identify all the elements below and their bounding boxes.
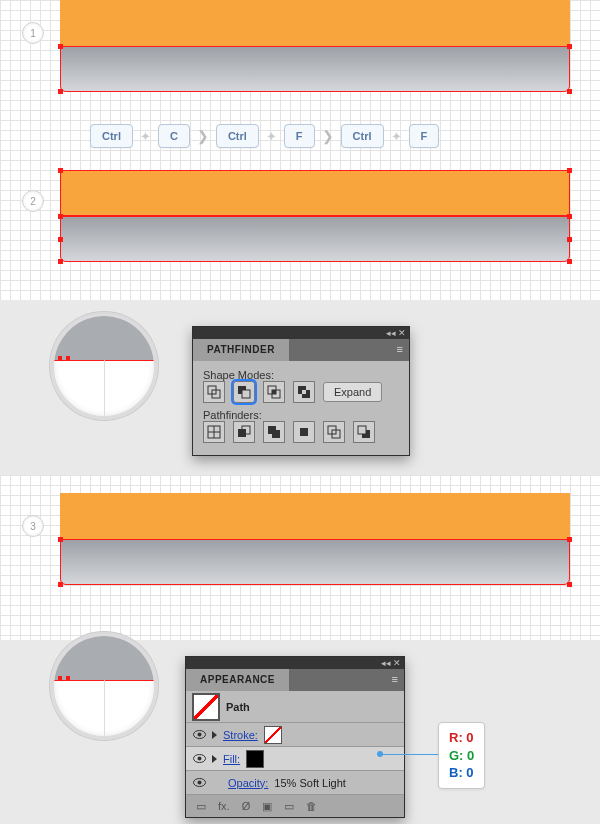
ribbon-2 bbox=[60, 170, 570, 262]
opacity-link[interactable]: Opacity: bbox=[228, 777, 268, 789]
opacity-value: 15% Soft Light bbox=[274, 777, 346, 789]
pathfinder-outline-icon[interactable] bbox=[323, 421, 345, 443]
pathfinder-trim-icon[interactable] bbox=[233, 421, 255, 443]
object-thumb bbox=[192, 693, 220, 721]
selection-handle[interactable] bbox=[58, 44, 63, 49]
shape-mode-unite-icon[interactable] bbox=[203, 381, 225, 403]
svg-rect-17 bbox=[300, 428, 308, 436]
close-icon[interactable]: ✕ bbox=[398, 328, 406, 338]
pathfinder-crop-icon[interactable] bbox=[293, 421, 315, 443]
svg-rect-3 bbox=[242, 390, 250, 398]
panel-header[interactable]: ◂◂ ✕ bbox=[186, 657, 404, 669]
svg-rect-21 bbox=[358, 426, 366, 434]
trash-icon[interactable]: 🗑 bbox=[306, 800, 317, 812]
disclosure-triangle-icon[interactable] bbox=[212, 755, 217, 763]
new-fill-icon[interactable]: ▭ bbox=[284, 800, 294, 813]
pathfinder-minus-back-icon[interactable] bbox=[353, 421, 375, 443]
svg-point-23 bbox=[197, 733, 201, 737]
callout-dot bbox=[377, 751, 383, 757]
rgb-callout: R: 0 G: 0 B: 0 bbox=[438, 722, 485, 789]
keyboard-shortcut-row: Ctrl ✦ C ❯ Ctrl ✦ F ❯ Ctrl ✦ F bbox=[90, 124, 439, 148]
selection-handle[interactable] bbox=[567, 537, 572, 542]
visibility-toggle-icon[interactable] bbox=[192, 776, 206, 790]
fill-swatch[interactable] bbox=[246, 750, 264, 768]
rgb-r: R: 0 bbox=[449, 729, 474, 747]
shape-mode-exclude-icon[interactable] bbox=[293, 381, 315, 403]
selection-handle[interactable] bbox=[567, 44, 572, 49]
plus-icon: ✦ bbox=[266, 129, 277, 144]
svg-rect-9 bbox=[302, 390, 306, 394]
panel-tabbar: APPEARANCE ≡ bbox=[186, 669, 404, 691]
selection-handle[interactable] bbox=[567, 89, 572, 94]
selection-handle[interactable] bbox=[58, 259, 63, 264]
collapse-icon[interactable]: ◂◂ bbox=[386, 328, 396, 338]
appearance-panel[interactable]: ◂◂ ✕ APPEARANCE ≡ Path Stroke: Fill: bbox=[185, 656, 405, 818]
step-number: 1 bbox=[30, 28, 36, 39]
pathfinder-merge-icon[interactable] bbox=[263, 421, 285, 443]
pathfinder-panel[interactable]: ◂◂ ✕ PATHFINDER ≡ Shape Modes: Expand Pa… bbox=[192, 326, 410, 456]
tab-appearance[interactable]: APPEARANCE bbox=[186, 669, 289, 691]
selection-outline bbox=[60, 216, 570, 262]
appearance-row-path[interactable]: Path bbox=[186, 691, 404, 723]
key-f: F bbox=[284, 124, 315, 148]
selection-handle[interactable] bbox=[567, 168, 572, 173]
duplicate-icon[interactable]: ▣ bbox=[262, 800, 272, 813]
tab-pathfinder[interactable]: PATHFINDER bbox=[193, 339, 289, 361]
magnifier-preview bbox=[50, 632, 158, 740]
selection-outline bbox=[60, 46, 570, 92]
ribbon-bottom-selected[interactable] bbox=[60, 539, 570, 585]
flyout-menu-icon[interactable]: ≡ bbox=[386, 669, 404, 691]
ribbon-bottom-selected[interactable] bbox=[60, 46, 570, 92]
shape-mode-minus-front-icon[interactable] bbox=[233, 381, 255, 403]
stroke-swatch[interactable] bbox=[264, 726, 282, 744]
disclosure-triangle-icon[interactable] bbox=[212, 731, 217, 739]
ribbon-top bbox=[60, 0, 570, 46]
collapse-icon[interactable]: ◂◂ bbox=[381, 658, 391, 668]
rgb-b: B: 0 bbox=[449, 764, 474, 782]
panel-tabbar: PATHFINDER ≡ bbox=[193, 339, 409, 361]
ribbon-3 bbox=[60, 493, 570, 585]
path-label: Path bbox=[226, 701, 250, 713]
svg-point-25 bbox=[197, 757, 201, 761]
pathfinder-divide-icon[interactable] bbox=[203, 421, 225, 443]
new-art-icon[interactable]: ▭ bbox=[196, 800, 206, 813]
svg-rect-6 bbox=[272, 390, 276, 394]
panel-body: Path Stroke: Fill: Opacity: 15% Soft Lig… bbox=[186, 691, 404, 817]
clear-appearance-icon[interactable]: Ø bbox=[242, 800, 251, 812]
shape-modes-label: Shape Modes: bbox=[203, 369, 399, 381]
selection-handle[interactable] bbox=[567, 237, 572, 242]
flyout-menu-icon[interactable]: ≡ bbox=[391, 339, 409, 361]
rgb-g: G: 0 bbox=[449, 747, 474, 765]
selection-handle[interactable] bbox=[58, 582, 63, 587]
shape-mode-intersect-icon[interactable] bbox=[263, 381, 285, 403]
appearance-row-opacity[interactable]: Opacity: 15% Soft Light bbox=[186, 771, 404, 795]
expand-button[interactable]: Expand bbox=[323, 382, 382, 402]
selection-handle[interactable] bbox=[567, 582, 572, 587]
selection-handle[interactable] bbox=[58, 168, 63, 173]
chevron-right-icon: ❯ bbox=[322, 128, 334, 144]
add-fx-icon[interactable]: fx. bbox=[218, 800, 230, 812]
key-ctrl: Ctrl bbox=[216, 124, 259, 148]
ribbon-bottom-selected[interactable] bbox=[60, 216, 570, 262]
chevron-right-icon: ❯ bbox=[197, 128, 209, 144]
close-icon[interactable]: ✕ bbox=[393, 658, 401, 668]
fill-link[interactable]: Fill: bbox=[223, 753, 240, 765]
selection-handle[interactable] bbox=[567, 259, 572, 264]
stroke-link[interactable]: Stroke: bbox=[223, 729, 258, 741]
key-f: F bbox=[409, 124, 440, 148]
plus-icon: ✦ bbox=[391, 129, 402, 144]
svg-rect-16 bbox=[272, 430, 280, 438]
panel-body: Shape Modes: Expand Pathfinders: bbox=[193, 361, 409, 455]
appearance-row-fill[interactable]: Fill: bbox=[186, 747, 404, 771]
visibility-toggle-icon[interactable] bbox=[192, 752, 206, 766]
key-ctrl: Ctrl bbox=[90, 124, 133, 148]
selection-handle[interactable] bbox=[58, 89, 63, 94]
ribbon-top bbox=[60, 493, 570, 539]
appearance-row-stroke[interactable]: Stroke: bbox=[186, 723, 404, 747]
selection-handle[interactable] bbox=[58, 537, 63, 542]
visibility-toggle-icon[interactable] bbox=[192, 728, 206, 742]
step-number: 2 bbox=[30, 196, 36, 207]
selection-handle[interactable] bbox=[58, 237, 63, 242]
panel-header[interactable]: ◂◂ ✕ bbox=[193, 327, 409, 339]
key-ctrl: Ctrl bbox=[341, 124, 384, 148]
